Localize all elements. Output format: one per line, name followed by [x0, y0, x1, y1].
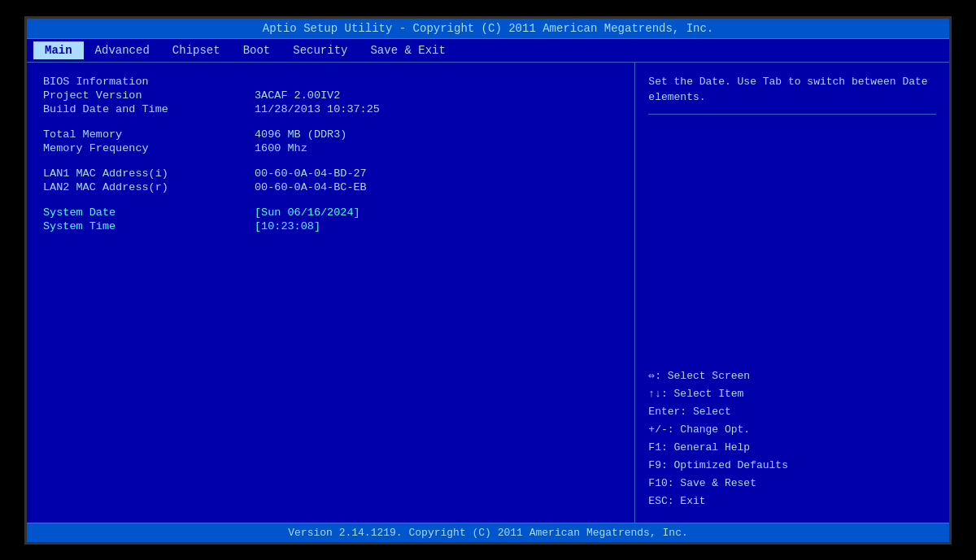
info-label: System Date: [43, 206, 255, 219]
info-row: LAN2 MAC Address(r)00-60-0A-04-BC-EB: [43, 181, 618, 193]
info-value: 00-60-0A-04-BC-EB: [255, 181, 367, 193]
title-text: Aptio Setup Utility - Copyright (C) 2011…: [263, 22, 714, 35]
info-group-0: BIOS InformationProject Version3ACAF 2.0…: [43, 76, 618, 117]
info-label: Total Memory: [43, 128, 255, 141]
info-row: BIOS Information: [43, 76, 618, 88]
info-label: System Time: [43, 220, 255, 232]
shortcut-line: Enter: Select: [648, 403, 936, 421]
nav-item-main[interactable]: Main: [33, 41, 84, 59]
info-row: Memory Frequency1600 Mhz: [43, 142, 618, 154]
info-row: Build Date and Time11/28/2013 10:37:25: [43, 103, 618, 115]
nav-item-chipset[interactable]: Chipset: [161, 41, 232, 59]
info-value[interactable]: [Sun 06/16/2024]: [255, 206, 360, 219]
shortcut-line: ESC: Exit: [648, 493, 936, 510]
info-group-1: Total Memory4096 MB (DDR3)Memory Frequen…: [43, 128, 618, 156]
shortcut-line: +/-: Change Opt.: [648, 421, 936, 439]
info-label: LAN2 MAC Address(r): [43, 181, 255, 193]
info-label: LAN1 MAC Address(i): [43, 167, 255, 180]
title-bar: Aptio Setup Utility - Copyright (C) 2011…: [27, 19, 949, 39]
info-value: 1600 Mhz: [255, 142, 307, 154]
info-value: 3ACAF 2.00IV2: [255, 89, 340, 102]
shortcuts: ⇔: Select Screen↑↓: Select ItemEnter: Se…: [648, 367, 936, 511]
info-row: LAN1 MAC Address(i)00-60-0A-04-BD-27: [43, 167, 618, 180]
shortcut-line: ↑↓: Select Item: [648, 385, 936, 403]
bios-screen: Aptio Setup Utility - Copyright (C) 2011…: [24, 16, 952, 545]
info-label: Build Date and Time: [43, 103, 255, 115]
info-row: Total Memory4096 MB (DDR3): [43, 128, 618, 141]
content-area: BIOS InformationProject Version3ACAF 2.0…: [27, 63, 949, 523]
footer-text: Version 2.14.1219. Copyright (C) 2011 Am…: [288, 527, 687, 539]
info-row: Project Version3ACAF 2.00IV2: [43, 89, 618, 102]
shortcut-line: F1: General Help: [648, 439, 936, 457]
info-row[interactable]: System Time[10:23:08]: [43, 220, 618, 232]
shortcut-line: F10: Save & Reset: [648, 475, 936, 493]
info-label: BIOS Information: [43, 76, 255, 88]
info-value[interactable]: [10:23:08]: [255, 220, 320, 232]
right-panel: Set the Date. Use Tab to switch between …: [635, 63, 949, 523]
info-group-3: System Date[Sun 06/16/2024]System Time[1…: [43, 206, 618, 234]
info-value: 11/28/2013 10:37:25: [255, 103, 380, 115]
info-group-2: LAN1 MAC Address(i)00-60-0A-04-BD-27LAN2…: [43, 167, 618, 195]
info-row[interactable]: System Date[Sun 06/16/2024]: [43, 206, 618, 219]
left-panel: BIOS InformationProject Version3ACAF 2.0…: [27, 63, 635, 523]
info-value: 00-60-0A-04-BD-27: [255, 167, 367, 180]
shortcut-line: F9: Optimized Defaults: [648, 457, 936, 475]
info-label: Memory Frequency: [43, 142, 255, 154]
nav-item-advanced[interactable]: Advanced: [84, 41, 161, 59]
info-value: 4096 MB (DDR3): [255, 128, 346, 141]
nav-bar: MainAdvancedChipsetBootSecuritySave & Ex…: [27, 39, 949, 63]
shortcut-line: ⇔: Select Screen: [648, 367, 936, 385]
nav-item-security[interactable]: Security: [281, 41, 359, 59]
nav-item-save---exit[interactable]: Save & Exit: [359, 41, 456, 59]
info-label: Project Version: [43, 89, 255, 102]
footer-bar: Version 2.14.1219. Copyright (C) 2011 Am…: [27, 523, 949, 542]
help-text: Set the Date. Use Tab to switch between …: [648, 74, 936, 115]
nav-item-boot[interactable]: Boot: [232, 41, 282, 59]
